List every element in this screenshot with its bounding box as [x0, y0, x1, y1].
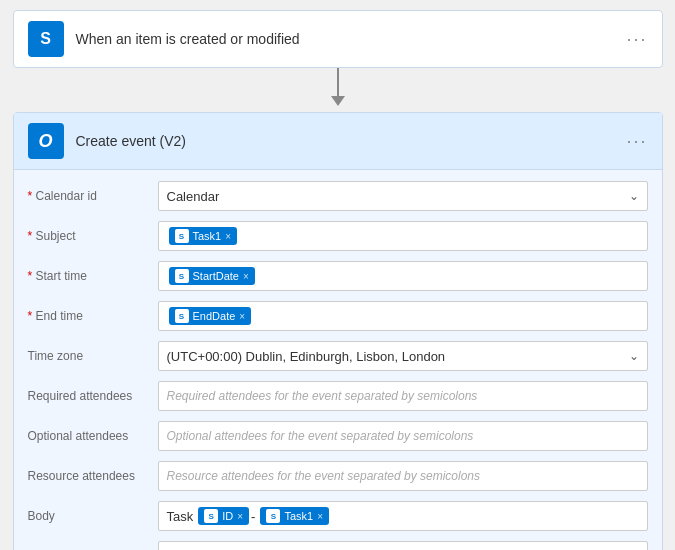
token-sp-icon: S — [204, 509, 218, 523]
optional-attendees-row: Optional attendees Optional attendees fo… — [14, 416, 662, 456]
timezone-chevron: ⌄ — [629, 349, 639, 363]
body-label: Body — [28, 509, 158, 523]
arrow-line — [337, 68, 339, 96]
trigger-title: When an item is created or modified — [76, 31, 627, 47]
token-close-icon[interactable]: × — [225, 231, 231, 242]
start-time-field[interactable]: S StartDate × — [158, 261, 648, 291]
arrow-head — [331, 96, 345, 106]
body-prefix: Task — [167, 509, 194, 524]
token-label: EndDate — [193, 310, 236, 322]
body-row: Body Task S ID × - S Task1 × — [14, 496, 662, 536]
required-attendees-label: Required attendees — [28, 389, 158, 403]
token-label: Task1 — [284, 510, 313, 522]
start-time-label: Start time — [28, 269, 158, 283]
calendar-id-chevron: ⌄ — [629, 189, 639, 203]
resource-attendees-field[interactable]: Resource attendees for the event separat… — [158, 461, 648, 491]
end-time-token: S EndDate × — [169, 307, 252, 325]
start-time-row: Start time S StartDate × — [14, 256, 662, 296]
action-more-options[interactable]: ··· — [626, 131, 647, 152]
subject-field[interactable]: S Task1 × — [158, 221, 648, 251]
body-token-id: S ID × — [198, 507, 249, 525]
token-sp-icon: S — [175, 269, 189, 283]
required-attendees-row: Required attendees Required attendees fo… — [14, 376, 662, 416]
resource-attendees-label: Resource attendees — [28, 469, 158, 483]
arrow-connector — [331, 68, 345, 112]
subject-row: Subject S Task1 × — [14, 216, 662, 256]
optional-attendees-placeholder: Optional attendees for the event separat… — [167, 429, 474, 443]
optional-attendees-label: Optional attendees — [28, 429, 158, 443]
calendar-id-row: Calendar id Calendar ⌄ — [14, 176, 662, 216]
required-attendees-placeholder: Required attendees for the event separat… — [167, 389, 478, 403]
flow-container: S When an item is created or modified ··… — [10, 10, 665, 550]
token-label: StartDate — [193, 270, 239, 282]
body-field[interactable]: Task S ID × - S Task1 × — [158, 501, 648, 531]
timezone-row: Time zone (UTC+00:00) Dublin, Edinburgh,… — [14, 336, 662, 376]
body-token-task1: S Task1 × — [260, 507, 329, 525]
action-card: O Create event (V2) ··· Calendar id Cale… — [13, 112, 663, 550]
is-html-dropdown[interactable]: Yes ⌄ — [158, 541, 648, 550]
token-label: Task1 — [193, 230, 222, 242]
token-close-icon[interactable]: × — [237, 511, 243, 522]
token-close-icon[interactable]: × — [317, 511, 323, 522]
calendar-id-value: Calendar — [167, 189, 220, 204]
timezone-label: Time zone — [28, 349, 158, 363]
token-sp-icon: S — [266, 509, 280, 523]
end-time-label: End time — [28, 309, 158, 323]
end-time-field[interactable]: S EndDate × — [158, 301, 648, 331]
token-sp-icon: S — [175, 309, 189, 323]
token-close-icon[interactable]: × — [243, 271, 249, 282]
outlook-icon: O — [28, 123, 64, 159]
timezone-value: (UTC+00:00) Dublin, Edinburgh, Lisbon, L… — [167, 349, 446, 364]
timezone-dropdown[interactable]: (UTC+00:00) Dublin, Edinburgh, Lisbon, L… — [158, 341, 648, 371]
token-close-icon[interactable]: × — [239, 311, 245, 322]
action-card-body: Calendar id Calendar ⌄ Subject S Task1 × — [14, 170, 662, 550]
token-sp-icon: S — [175, 229, 189, 243]
action-card-header: O Create event (V2) ··· — [14, 113, 662, 170]
optional-attendees-field[interactable]: Optional attendees for the event separat… — [158, 421, 648, 451]
calendar-id-label: Calendar id — [28, 189, 158, 203]
end-time-row: End time S EndDate × — [14, 296, 662, 336]
resource-attendees-row: Resource attendees Resource attendees fo… — [14, 456, 662, 496]
subject-token-task1: S Task1 × — [169, 227, 238, 245]
body-separator: - — [251, 509, 255, 524]
sharepoint-icon: S — [28, 21, 64, 57]
trigger-more-options[interactable]: ··· — [626, 29, 647, 50]
calendar-id-dropdown[interactable]: Calendar ⌄ — [158, 181, 648, 211]
required-attendees-field[interactable]: Required attendees for the event separat… — [158, 381, 648, 411]
resource-attendees-placeholder: Resource attendees for the event separat… — [167, 469, 481, 483]
is-html-row: Is HTML Yes ⌄ — [14, 536, 662, 550]
action-title: Create event (V2) — [76, 133, 627, 149]
subject-label: Subject — [28, 229, 158, 243]
token-label: ID — [222, 510, 233, 522]
trigger-card: S When an item is created or modified ··… — [13, 10, 663, 68]
start-time-token: S StartDate × — [169, 267, 255, 285]
